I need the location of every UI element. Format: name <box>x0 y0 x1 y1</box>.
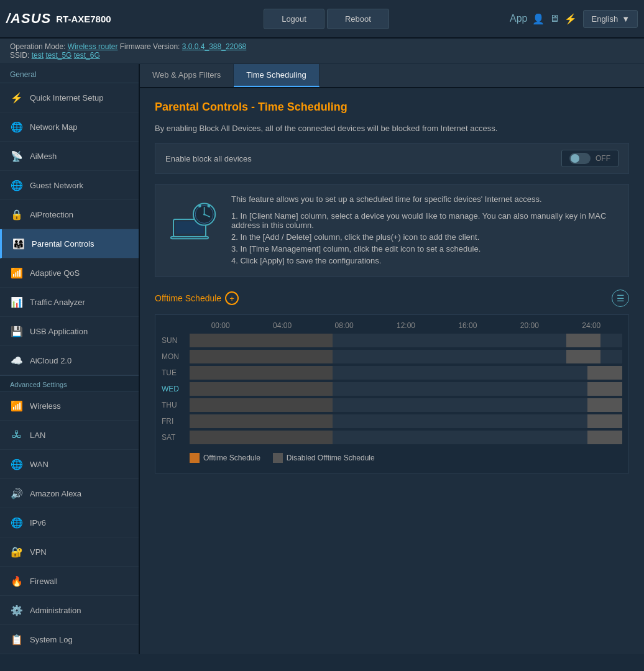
time-label-1: 04:00 <box>251 321 313 330</box>
logout-button[interactable]: Logout <box>264 9 324 29</box>
reboot-button[interactable]: Reboot <box>327 9 389 29</box>
traffic-analyzer-icon: 📊 <box>10 295 24 309</box>
sidebar-label-adaptive-qos: Adaptive QoS <box>30 268 80 278</box>
sidebar-label-aiprotection: AiProtection <box>30 210 73 219</box>
sidebar-label-firewall: Firewall <box>30 577 58 586</box>
sidebar-item-wireless[interactable]: 📶 Wireless <box>0 391 139 421</box>
day-bar-wed[interactable] <box>190 382 622 396</box>
tab-time-scheduling[interactable]: Time Scheduling <box>234 64 319 87</box>
sidebar-item-ipv6[interactable]: 🌐 IPv6 <box>0 508 139 537</box>
day-label-mon: MON <box>162 352 190 361</box>
sidebar-label-quick-internet-setup: Quick Internet Setup <box>30 93 104 103</box>
lan-icon: 🖧 <box>10 428 24 442</box>
top-nav: Logout Reboot <box>143 9 510 29</box>
user-icon[interactable]: 👤 <box>532 13 545 25</box>
day-bar-sun[interactable] <box>190 334 622 347</box>
day-row-wed: WED <box>162 382 622 396</box>
block-all-devices-toggle[interactable]: OFF <box>561 150 619 167</box>
day-row-sat: SAT <box>162 431 622 444</box>
svg-rect-8 <box>198 204 201 208</box>
day-bar-tue[interactable] <box>190 366 622 380</box>
sidebar-item-aicloud[interactable]: ☁️ AiCloud 2.0 <box>0 346 139 375</box>
top-bar: /ASUS RT-AXE7800 Logout Reboot App 👤 🖥 ⚡… <box>0 0 644 39</box>
parental-controls-icon: 👨‍👩‍👧 <box>12 237 25 250</box>
sidebar-item-aimesh[interactable]: 📡 AiMesh <box>0 142 139 171</box>
day-bar-thu[interactable] <box>190 398 622 412</box>
content-area: Web & Apps Filters Time Scheduling Paren… <box>140 64 644 654</box>
sidebar-label-network-map: Network Map <box>30 122 78 132</box>
ssid-2g[interactable]: test <box>32 51 44 60</box>
sidebar-item-network-map[interactable]: 🌐 Network Map <box>0 112 139 142</box>
wan-icon: 🌐 <box>10 457 24 471</box>
sidebar-item-quick-internet-setup[interactable]: ⚡ Quick Internet Setup <box>0 83 139 112</box>
svg-rect-9 <box>207 204 210 208</box>
operation-mode-value[interactable]: Wireless router <box>68 42 118 51</box>
info-text: This feature allows you to set up a sche… <box>231 194 619 267</box>
vpn-icon: 🔐 <box>10 545 24 559</box>
sidebar-label-traffic-analyzer: Traffic Analyzer <box>30 298 85 307</box>
sidebar-label-aicloud: AiCloud 2.0 <box>30 356 71 365</box>
legend-orange-box <box>190 453 200 463</box>
operation-mode-label: Operation Mode: <box>10 42 65 51</box>
info-box: This feature allows you to set up a sche… <box>155 184 629 277</box>
sidebar-item-adaptive-qos[interactable]: 📶 Adaptive QoS <box>0 258 139 288</box>
info-bar: Operation Mode: Wireless router Firmware… <box>0 39 644 64</box>
tabs-bar: Web & Apps Filters Time Scheduling <box>140 64 644 88</box>
main-layout: General ⚡ Quick Internet Setup 🌐 Network… <box>0 64 644 654</box>
legend-offtime: Offtime Schedule <box>190 453 260 463</box>
sidebar-item-parental-controls[interactable]: 👨‍👩‍👧 Parental Controls <box>0 229 139 258</box>
toggle-knob <box>569 153 591 164</box>
asus-logo: /ASUS <box>6 11 51 27</box>
info-list: 1. In [Client Name] column, select a dev… <box>231 210 619 267</box>
tab-web-apps-filters[interactable]: Web & Apps Filters <box>140 64 234 87</box>
info-icon-area <box>165 194 221 244</box>
sidebar-item-system-log[interactable]: 📋 System Log <box>0 625 139 654</box>
time-label-3: 12:00 <box>375 321 436 330</box>
offtime-label: Offtime Schedule + <box>155 291 239 305</box>
sidebar-label-lan: LAN <box>30 431 45 440</box>
page-title: Parental Controls - Time Scheduling <box>155 101 629 114</box>
time-label-0: 00:00 <box>190 321 251 330</box>
offtime-add-icon[interactable]: + <box>225 291 239 305</box>
ssid-6g[interactable]: test_6G <box>74 51 100 60</box>
legend: Offtime Schedule Disabled Offtime Schedu… <box>162 453 622 463</box>
sidebar-item-aiprotection[interactable]: 🔒 AiProtection <box>0 200 139 229</box>
sidebar-label-vpn: VPN <box>30 547 47 557</box>
sidebar-label-amazon-alexa: Amazon Alexa <box>30 489 81 498</box>
toggle-label: Enable block all devices <box>165 154 551 163</box>
schedule-list-icon[interactable]: ☰ <box>612 290 629 307</box>
aiprotection-icon: 🔒 <box>10 208 24 221</box>
legend-gray-box <box>273 453 283 463</box>
sidebar-label-guest-network: Guest Network <box>30 181 83 190</box>
sidebar-label-wan: WAN <box>30 460 48 469</box>
day-label-fri: FRI <box>162 417 190 426</box>
sidebar-item-guest-network[interactable]: 🌐 Guest Network <box>0 171 139 200</box>
sidebar-item-vpn[interactable]: 🔐 VPN <box>0 537 139 567</box>
day-bar-mon[interactable] <box>190 350 622 363</box>
language-selector[interactable]: English ▼ <box>583 10 638 28</box>
day-bar-fri[interactable] <box>190 414 622 428</box>
sidebar-item-usb-application[interactable]: 💾 USB Application <box>0 317 139 346</box>
day-bar-sat[interactable] <box>190 431 622 444</box>
sidebar-item-lan[interactable]: 🖧 LAN <box>0 421 139 450</box>
sidebar-item-administration[interactable]: ⚙️ Administration <box>0 596 139 625</box>
svg-rect-2 <box>171 237 208 239</box>
usb-icon[interactable]: ⚡ <box>564 13 577 25</box>
day-label-tue: TUE <box>162 368 190 377</box>
day-label-sun: SUN <box>162 336 190 345</box>
sidebar-item-traffic-analyzer[interactable]: 📊 Traffic Analyzer <box>0 288 139 317</box>
sidebar-item-firewall[interactable]: 🔥 Firewall <box>0 567 139 596</box>
ssid-5g[interactable]: test_5G <box>45 51 71 60</box>
sidebar-item-amazon-alexa[interactable]: 🔊 Amazon Alexa <box>0 479 139 508</box>
svg-point-7 <box>203 213 205 215</box>
app-icon[interactable]: App <box>510 13 527 24</box>
info-bar-left: Operation Mode: Wireless router Firmware… <box>10 42 246 60</box>
time-label-5: 20:00 <box>499 321 560 330</box>
day-row-sun: SUN <box>162 334 622 347</box>
monitor-icon[interactable]: 🖥 <box>550 13 559 24</box>
legend-disabled-label: Disabled Offtime Schedule <box>287 454 375 462</box>
info-step-1: 1. In [Client Name] column, select a dev… <box>231 210 619 231</box>
day-row-fri: FRI <box>162 414 622 428</box>
firmware-value[interactable]: 3.0.0.4_388_22068 <box>182 42 246 51</box>
sidebar-item-wan[interactable]: 🌐 WAN <box>0 450 139 479</box>
